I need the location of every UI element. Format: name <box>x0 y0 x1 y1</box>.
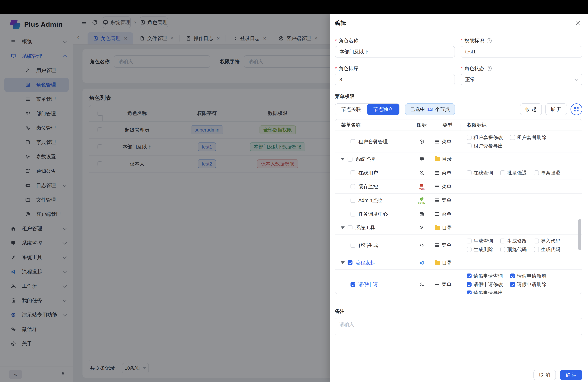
tree-row-任务调度中心: 任务调度中心菜单 <box>335 207 582 221</box>
tree-type-cell: 菜单 <box>435 237 460 254</box>
cancel-button[interactable]: 取 消 <box>533 370 556 380</box>
collapse-all-button[interactable]: 收 起 <box>520 104 542 115</box>
tree-node-label[interactable]: 请假申请 <box>358 281 378 288</box>
tree-column-header: 类型 <box>435 122 460 128</box>
perm-checkbox[interactable] <box>534 247 539 252</box>
perm-checkbox[interactable] <box>500 247 505 252</box>
scrollbar-thumb[interactable] <box>578 219 581 250</box>
tree-row-流程发起: 流程发起目录 <box>335 256 582 270</box>
tree-node-checkbox[interactable] <box>348 225 353 230</box>
tree-node-checkbox[interactable] <box>348 157 353 162</box>
perm-label: 请假申请删除 <box>517 281 546 288</box>
segment-节点独立[interactable]: 节点独立 <box>367 104 399 115</box>
tree-node-label[interactable]: Admin监控 <box>358 197 382 204</box>
tree-node-label[interactable]: 代码生成 <box>358 242 378 249</box>
drawer-header: 编辑 <box>330 14 588 32</box>
node-mode-segment: 节点关联节点独立 <box>335 104 399 115</box>
tree-type-cell: 菜单 <box>435 209 460 219</box>
role-sort-input[interactable] <box>335 74 455 85</box>
tree-perms-cell <box>460 223 578 233</box>
tree-node-label[interactable]: 缓存监控 <box>358 183 378 190</box>
perm-label: 预览代码 <box>507 246 527 253</box>
perm-checkbox[interactable] <box>467 274 472 278</box>
tree-node-checkbox[interactable] <box>351 282 356 287</box>
tree-node-name: 在线用户 <box>335 168 409 178</box>
tree-node-checkbox[interactable] <box>351 170 356 175</box>
tree-node-checkbox[interactable] <box>351 139 356 144</box>
tree-perms-cell <box>460 258 578 267</box>
tree-perms-cell: 生成查询生成修改导入代码生成删除预览代码生成代码 <box>460 237 578 254</box>
menu-perm-label: 菜单权限 <box>335 93 582 100</box>
perm-label: 导入代码 <box>541 238 560 244</box>
perm-checkbox[interactable] <box>500 238 505 243</box>
tree-node-checkbox[interactable] <box>348 260 353 265</box>
expand-arrow-icon[interactable] <box>341 226 345 229</box>
perm-checkbox[interactable] <box>510 135 515 140</box>
help-icon[interactable]: ? <box>487 38 492 43</box>
expand-all-button[interactable]: 展 开 <box>545 104 567 115</box>
icon-caption: spring <box>418 201 425 204</box>
perm-checkbox[interactable] <box>500 170 505 175</box>
expand-arrow-icon[interactable] <box>341 158 345 160</box>
perm-label: 生成代码 <box>541 246 560 253</box>
drawer-footer: 取 消 确 认 <box>330 368 588 382</box>
type-label: 菜单 <box>442 170 451 176</box>
segment-节点关联[interactable]: 节点关联 <box>335 104 367 115</box>
remark-textarea[interactable] <box>335 318 582 335</box>
perm-checkbox[interactable] <box>467 291 472 294</box>
role-name-input[interactable] <box>335 46 455 58</box>
perm-checkbox[interactable] <box>510 282 515 287</box>
perm-label: 在线查询 <box>474 170 493 176</box>
perm-label: 单条强退 <box>541 170 560 176</box>
perm-checkbox[interactable] <box>467 135 472 140</box>
perm-checkbox[interactable] <box>467 282 472 287</box>
tree-node-checkbox[interactable] <box>351 198 356 203</box>
tree-row-租户套餐管理: 租户套餐管理菜单租户套餐修改租户套餐删除租户套餐导出 <box>335 131 582 152</box>
expand-arrow-icon[interactable] <box>341 261 345 264</box>
perm-flag-label: *权限标识? <box>461 38 582 44</box>
tree-node-label[interactable]: 系统监控 <box>356 156 375 163</box>
role-sort-label: *角色排序 <box>335 65 455 72</box>
perm-label: 租户套餐删除 <box>517 134 546 141</box>
type-label: 菜单 <box>442 211 451 217</box>
monitor-icon <box>419 156 424 162</box>
help-icon[interactable]: ? <box>487 66 492 71</box>
tree-scrollbar[interactable] <box>578 132 581 292</box>
tree-node-label[interactable]: 租户套餐管理 <box>358 138 388 145</box>
perm-flag-input[interactable] <box>461 46 582 58</box>
tree-node-checkbox[interactable] <box>351 212 356 216</box>
perm-label: 租户套餐导出 <box>474 143 503 149</box>
perm-checkbox[interactable] <box>534 238 539 243</box>
perm-item: 生成查询 <box>467 237 493 245</box>
tree-node-label[interactable]: 任务调度中心 <box>358 211 388 217</box>
perm-checkbox[interactable] <box>467 247 472 252</box>
confirm-button[interactable]: 确 认 <box>560 370 582 380</box>
tree-type-cell: 菜单 <box>435 196 460 205</box>
close-icon[interactable] <box>575 20 581 26</box>
menu-type-icon <box>435 214 439 214</box>
perm-checkbox[interactable] <box>510 274 515 278</box>
perm-label: 生成修改 <box>507 238 527 244</box>
perm-checkbox[interactable] <box>467 144 472 148</box>
perm-checkbox[interactable] <box>467 238 472 243</box>
menu-type-icon <box>435 172 439 173</box>
tree-node-checkbox[interactable] <box>351 243 356 248</box>
perm-label: 请假申请导出 <box>474 290 503 294</box>
perm-item: 租户套餐修改 <box>467 133 503 142</box>
fullscreen-icon[interactable] <box>570 104 582 115</box>
perm-item: 请假申请查询 <box>467 272 503 280</box>
perm-checkbox[interactable] <box>467 170 472 175</box>
role-status-select[interactable]: 正常 <box>461 74 582 85</box>
tree-node-checkbox[interactable] <box>351 184 356 189</box>
tree-node-label[interactable]: 流程发起 <box>356 259 375 266</box>
tree-node-label[interactable]: 在线用户 <box>358 170 378 176</box>
tree-perms-cell <box>460 154 578 164</box>
tree-type-cell: 菜单 <box>435 133 460 150</box>
role-name-label: *角色名称 <box>335 38 455 44</box>
form-row-2: *角色排序 *角色状态? 正常 <box>335 65 582 85</box>
tree-icon-cell: spring <box>409 196 435 205</box>
perm-checkbox[interactable] <box>534 170 539 175</box>
chevron-down-icon <box>575 78 578 81</box>
top-black-bar <box>0 0 588 14</box>
tree-node-label[interactable]: 系统工具 <box>356 225 375 231</box>
